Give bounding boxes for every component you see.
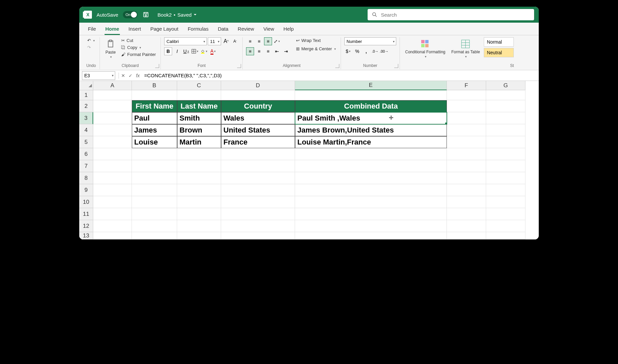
format-as-table-button[interactable]: Format as Table▾ [449, 37, 482, 60]
name-box[interactable]: E3 [82, 71, 115, 80]
row-header-4[interactable]: 4 [79, 124, 93, 136]
clipboard-launcher[interactable] [155, 64, 159, 68]
cell-d3[interactable]: Wales [221, 112, 295, 124]
row-header-3[interactable]: 3 [79, 112, 93, 124]
cell-e3[interactable]: Paul Smith ,Wales ✛ [295, 112, 447, 124]
row-header-13[interactable]: 13 [79, 232, 93, 239]
cell-d8[interactable] [221, 172, 295, 184]
cell-d5[interactable]: France [221, 136, 295, 148]
cell-b8[interactable] [132, 172, 177, 184]
cell-g7[interactable] [486, 160, 525, 172]
align-top-button[interactable]: ≡ [246, 37, 254, 45]
cell-b9[interactable] [132, 184, 177, 196]
align-bottom-button[interactable]: ≡ [264, 37, 272, 45]
cell-g13[interactable] [486, 232, 525, 239]
tab-file[interactable]: File [83, 24, 101, 35]
tab-home[interactable]: Home [101, 24, 124, 35]
cell-b11[interactable] [132, 208, 177, 220]
font-color-button[interactable]: A▾ [209, 47, 217, 55]
fill-color-button[interactable]: ▾ [200, 47, 208, 55]
row-header-5[interactable]: 5 [79, 136, 93, 148]
row-header-7[interactable]: 7 [79, 160, 93, 172]
cell-d12[interactable] [221, 220, 295, 232]
format-painter-button[interactable]: 🖌Format Painter [120, 51, 157, 58]
font-name-combo[interactable]: Calibri [164, 37, 207, 45]
align-right-button[interactable]: ≡ [264, 47, 272, 55]
cell-f1[interactable] [447, 90, 486, 100]
cell-f11[interactable] [447, 208, 486, 220]
row-header-9[interactable]: 9 [79, 184, 93, 196]
col-header-e[interactable]: E [295, 81, 447, 90]
cell-f3[interactable] [447, 112, 486, 124]
tab-data[interactable]: Data [213, 24, 233, 35]
row-header-8[interactable]: 8 [79, 172, 93, 184]
cell-f8[interactable] [447, 172, 486, 184]
accounting-format-button[interactable]: $▾ [344, 47, 352, 55]
font-size-combo[interactable]: 11 [208, 37, 221, 45]
row-header-2[interactable]: 2 [79, 100, 93, 112]
align-center-button[interactable]: ≡ [255, 47, 263, 55]
cell-a13[interactable] [93, 232, 132, 239]
cell-e7[interactable] [295, 160, 447, 172]
col-header-c[interactable]: C [177, 81, 221, 90]
cell-b3[interactable]: Paul [132, 112, 177, 124]
cell-g10[interactable] [486, 196, 525, 208]
cell-b6[interactable] [132, 148, 177, 160]
cell-d10[interactable] [221, 196, 295, 208]
bold-button[interactable]: B [164, 47, 172, 55]
cell-a2[interactable] [93, 100, 132, 112]
search-input[interactable] [381, 12, 530, 18]
number-launcher[interactable] [394, 64, 398, 68]
cell-d13[interactable] [221, 232, 295, 239]
cell-c3[interactable]: Smith [177, 112, 221, 124]
cell-f7[interactable] [447, 160, 486, 172]
cell-e9[interactable] [295, 184, 447, 196]
cell-f4[interactable] [447, 124, 486, 136]
cell-b2[interactable]: First Name [132, 100, 177, 112]
cell-e5[interactable]: Louise Martin,France [295, 136, 447, 148]
cell-c5[interactable]: Martin [177, 136, 221, 148]
wrap-text-button[interactable]: ↩Wrap Text [295, 37, 337, 44]
cell-c7[interactable] [177, 160, 221, 172]
font-launcher[interactable] [237, 64, 241, 68]
col-header-d[interactable]: D [221, 81, 295, 90]
cell-b13[interactable] [132, 232, 177, 239]
cell-b5[interactable]: Louise [132, 136, 177, 148]
tab-review[interactable]: Review [233, 24, 259, 35]
cell-a4[interactable] [93, 124, 132, 136]
cell-c13[interactable] [177, 232, 221, 239]
cell-a11[interactable] [93, 208, 132, 220]
merge-center-button[interactable]: ⊞Merge & Center▾ [295, 46, 337, 52]
cell-b12[interactable] [132, 220, 177, 232]
cell-d4[interactable]: United States [221, 124, 295, 136]
search-box[interactable] [368, 9, 534, 20]
fx-button[interactable]: fx [134, 72, 142, 79]
cell-f2[interactable] [447, 100, 486, 112]
cell-c2[interactable]: Last Name [177, 100, 221, 112]
comma-format-button[interactable]: , [362, 47, 370, 55]
cell-e11[interactable] [295, 208, 447, 220]
cell-d6[interactable] [221, 148, 295, 160]
cell-d7[interactable] [221, 160, 295, 172]
enter-formula-button[interactable]: ✓ [127, 72, 134, 79]
cell-g1[interactable] [486, 90, 525, 100]
alignment-launcher[interactable] [335, 64, 339, 68]
cell-f12[interactable] [447, 220, 486, 232]
cell-d9[interactable] [221, 184, 295, 196]
fill-handle[interactable] [445, 123, 447, 124]
decrease-font-button[interactable]: Aˇ [231, 37, 239, 45]
tab-formulas[interactable]: Formulas [183, 24, 213, 35]
cell-d11[interactable] [221, 208, 295, 220]
copy-button[interactable]: ⿻Copy▾ [120, 44, 157, 51]
col-header-f[interactable]: F [447, 81, 486, 90]
cell-c8[interactable] [177, 172, 221, 184]
italic-button[interactable]: I [173, 47, 181, 55]
cell-a8[interactable] [93, 172, 132, 184]
cell-g6[interactable] [486, 148, 525, 160]
save-button[interactable] [142, 11, 150, 18]
cell-g5[interactable] [486, 136, 525, 148]
cell-d2[interactable]: Country [221, 100, 295, 112]
cell-e12[interactable] [295, 220, 447, 232]
cell-e13[interactable] [295, 232, 447, 239]
cell-e1[interactable] [295, 90, 447, 100]
